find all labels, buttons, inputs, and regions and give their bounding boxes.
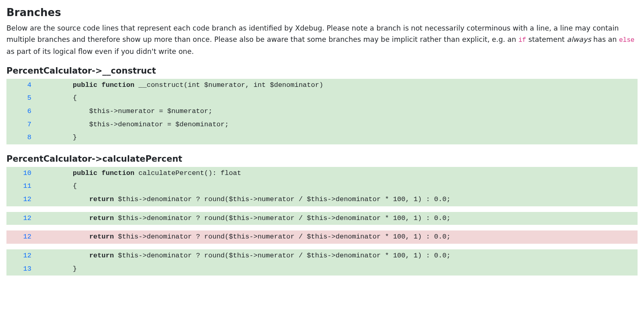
line-number: 12 xyxy=(6,212,55,225)
line-number: 12 xyxy=(6,249,55,263)
method-title: PercentCalculator->__construct xyxy=(6,66,638,76)
source-line: { xyxy=(55,180,638,193)
code-line: 12 return $this->denominator ? round($th… xyxy=(6,212,638,225)
line-number: 8 xyxy=(6,131,55,144)
line-number: 7 xyxy=(6,118,55,132)
methods-container: PercentCalculator->__construct4 public f… xyxy=(6,66,638,276)
code-line: 12 return $this->denominator ? round($th… xyxy=(6,193,638,206)
keyword-else: else xyxy=(619,37,634,44)
method-title: PercentCalculator->calculatePercent xyxy=(6,154,638,164)
intro-text-2: statement xyxy=(526,35,567,43)
source-line: return $this->denominator ? round($this-… xyxy=(55,193,638,206)
code-line: 6 $this->numerator = $numerator; xyxy=(6,105,638,118)
line-number: 5 xyxy=(6,92,55,105)
source-line: return $this->denominator ? round($this-… xyxy=(55,230,638,244)
source-line: $this->numerator = $numerator; xyxy=(55,105,638,118)
code-line: 13 } xyxy=(6,263,638,276)
code-line: 10 public function calculatePercent(): f… xyxy=(6,167,638,180)
section-heading: Branches xyxy=(6,6,638,19)
intro-text-3: has an xyxy=(591,35,619,43)
source-line: $this->denominator = $denominator; xyxy=(55,118,638,132)
line-number: 12 xyxy=(6,193,55,206)
line-number: 10 xyxy=(6,167,55,180)
group-spacer xyxy=(6,225,638,230)
source-line: { xyxy=(55,92,638,105)
code-block: 10 public function calculatePercent(): f… xyxy=(6,167,638,276)
code-line: 12 return $this->denominator ? round($th… xyxy=(6,249,638,263)
line-number: 12 xyxy=(6,230,55,244)
line-number: 6 xyxy=(6,105,55,118)
intro-text-4: as part of its logical flow even if you … xyxy=(6,47,194,56)
code-line: 5 { xyxy=(6,92,638,105)
code-line: 11 { xyxy=(6,180,638,193)
emphasis-always: always xyxy=(567,35,591,43)
code-line: 12 return $this->denominator ? round($th… xyxy=(6,230,638,244)
code-line: 8 } xyxy=(6,131,638,144)
intro-paragraph: Below are the source code lines that rep… xyxy=(6,23,638,57)
source-line: } xyxy=(55,131,638,144)
line-number: 11 xyxy=(6,180,55,193)
source-line: public function calculatePercent(): floa… xyxy=(55,167,638,180)
line-number: 13 xyxy=(6,263,55,276)
group-spacer xyxy=(6,206,638,212)
keyword-if: if xyxy=(518,37,526,44)
source-line: } xyxy=(55,263,638,276)
code-line: 7 $this->denominator = $denominator; xyxy=(6,118,638,132)
code-block: 4 public function __construct(int $numer… xyxy=(6,79,638,144)
source-line: return $this->denominator ? round($this-… xyxy=(55,212,638,225)
line-number: 4 xyxy=(6,79,55,92)
group-spacer xyxy=(6,244,638,249)
source-line: public function __construct(int $numerat… xyxy=(55,79,638,92)
source-line: return $this->denominator ? round($this-… xyxy=(55,249,638,263)
code-line: 4 public function __construct(int $numer… xyxy=(6,79,638,92)
